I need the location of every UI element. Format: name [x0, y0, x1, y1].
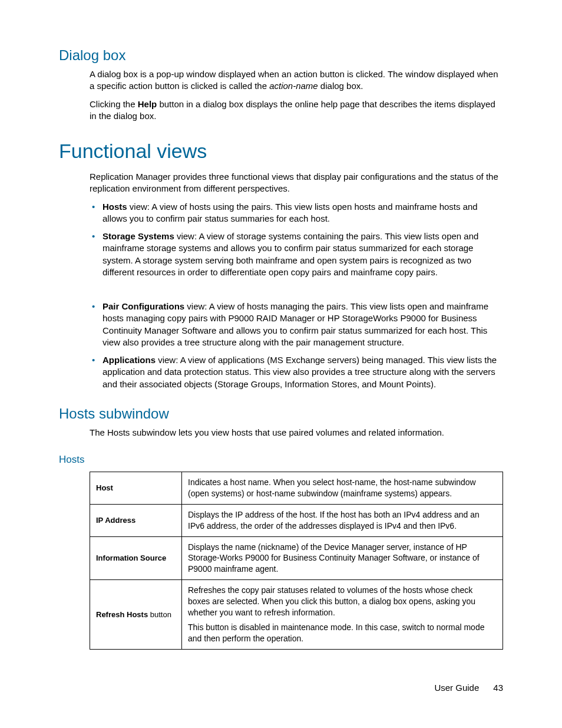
table-row: Refresh Hosts button Refreshes the copy …: [90, 580, 503, 649]
list-item: Storage Systems view: A view of storage …: [90, 230, 503, 278]
row-desc: Indicates a host name. When you select h…: [182, 472, 503, 505]
text: Refreshes the copy pair statuses related…: [188, 585, 497, 618]
bold-term: Pair Configurations: [103, 301, 184, 311]
text: This button is disabled in maintenance m…: [188, 622, 497, 644]
bullet-list: Hosts view: A view of hosts using the pa…: [90, 201, 503, 279]
bold-term: Storage Systems: [103, 231, 174, 241]
subheading-hosts: Hosts: [59, 454, 503, 466]
row-desc: Displays the name (nickname) of the Devi…: [182, 536, 503, 580]
italic-term: action-name: [269, 81, 318, 91]
heading-hosts-subwindow: Hosts subwindow: [59, 406, 503, 422]
footer-doc-title: User Guide: [434, 683, 479, 693]
hosts-table: Host Indicates a host name. When you sel…: [90, 472, 503, 650]
para: The Hosts subwindow lets you view hosts …: [90, 427, 503, 439]
list-item: Hosts view: A view of hosts using the pa…: [90, 201, 503, 225]
table-row: Host Indicates a host name. When you sel…: [90, 472, 503, 505]
footer-page-number: 43: [493, 683, 503, 693]
bullet-list: Pair Configurations view: A view of host…: [90, 301, 503, 390]
text: Clicking the: [90, 99, 138, 109]
para: Replication Manager provides three funct…: [90, 171, 503, 195]
row-desc: Refreshes the copy pair statuses related…: [182, 580, 503, 649]
row-label: Host: [90, 472, 182, 505]
table-row: Information Source Displays the name (ni…: [90, 536, 503, 580]
text: dialog box.: [318, 81, 363, 91]
list-item: Applications view: A view of application…: [90, 354, 503, 390]
bold-term: Hosts: [103, 202, 127, 212]
row-label: Information Source: [90, 536, 182, 580]
table-row: IP Address Displays the IP address of th…: [90, 504, 503, 536]
row-label: IP Address: [90, 504, 182, 536]
text: Refresh Hosts: [96, 610, 148, 619]
bold-term: Help: [138, 99, 157, 109]
text: view: A view of applications (MS Exchang…: [103, 355, 497, 389]
list-item: Pair Configurations view: A view of host…: [90, 301, 503, 348]
para: Clicking the Help button in a dialog box…: [90, 98, 503, 123]
row-label: Refresh Hosts button: [90, 580, 182, 649]
text: view: A view of hosts using the pairs. T…: [103, 202, 478, 223]
page-footer: User Guide43: [434, 683, 503, 693]
row-desc: Displays the IP address of the host. If …: [182, 504, 503, 536]
para: A dialog box is a pop-up window displaye…: [90, 68, 503, 93]
heading-dialog-box: Dialog box: [59, 47, 503, 64]
bold-term: Applications: [103, 355, 156, 365]
text: button: [148, 610, 171, 619]
heading-functional-views: Functional views: [59, 140, 503, 163]
